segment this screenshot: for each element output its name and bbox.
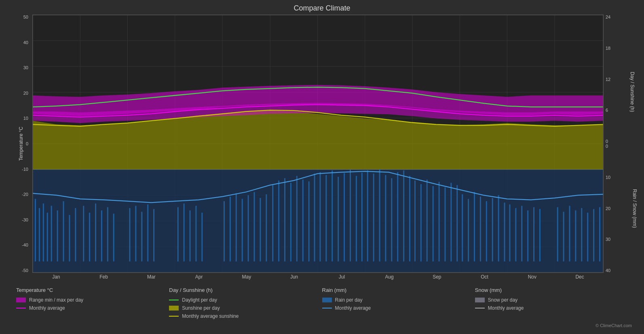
- svg-rect-78: [391, 178, 392, 262]
- svg-rect-42: [141, 212, 142, 262]
- svg-rect-110: [593, 209, 594, 261]
- svg-rect-36: [95, 204, 96, 262]
- legend-title-sunshine: Day / Sunshine (h): [169, 287, 322, 293]
- svg-rect-32: [69, 215, 70, 262]
- legend-line-monthly-avg-temp: [16, 308, 26, 308]
- y-tick-left: 30: [23, 65, 28, 70]
- legend-title-temperature: Temperature °C: [16, 287, 169, 293]
- svg-rect-73: [361, 173, 363, 262]
- legend-label-daylight: Daylight per day: [182, 297, 217, 303]
- legend-section-sunshine: Day / Sunshine (h) Daylight per day Suns…: [169, 287, 322, 319]
- svg-rect-37: [101, 211, 102, 262]
- y-tick-30: 30: [604, 237, 636, 242]
- svg-rect-85: [433, 186, 434, 261]
- y-axis-left-label: Temperature °C: [18, 127, 24, 161]
- legend-line-monthly-avg-rain: [322, 308, 332, 308]
- svg-rect-84: [427, 180, 428, 262]
- svg-rect-96: [498, 195, 499, 262]
- chart-svg: [33, 15, 603, 272]
- svg-rect-35: [89, 213, 90, 261]
- svg-rect-43: [147, 204, 148, 262]
- svg-rect-81: [409, 176, 410, 262]
- svg-rect-41: [135, 206, 136, 261]
- legend-line-monthly-avg-snow: [475, 308, 485, 308]
- y-tick-left: -10: [22, 167, 28, 172]
- svg-rect-40: [129, 208, 130, 262]
- svg-rect-93: [480, 197, 481, 262]
- month-may: May: [223, 274, 270, 280]
- legend-label-range: Range min / max per day: [29, 297, 83, 303]
- svg-rect-71: [350, 170, 351, 262]
- svg-rect-33: [75, 208, 76, 262]
- legend-line-daylight: [169, 300, 179, 300]
- svg-rect-26: [39, 208, 40, 262]
- svg-rect-45: [177, 207, 179, 262]
- svg-rect-46: [184, 204, 185, 262]
- y-tick-10: 10: [604, 175, 636, 180]
- legend-label-monthly-avg-sunshine: Monthly average sunshine: [182, 313, 239, 319]
- legend-title-snow: Snow (mm): [475, 287, 628, 293]
- y-tick-left: -30: [22, 217, 28, 222]
- month-sep: Sep: [413, 274, 461, 280]
- svg-rect-95: [492, 198, 493, 262]
- svg-rect-77: [385, 175, 386, 262]
- month-jun: Jun: [270, 274, 318, 280]
- svg-rect-38: [107, 207, 108, 262]
- x-axis: Jan Feb Mar Apr May Jun Jul Aug Sep Oct …: [32, 273, 604, 281]
- svg-rect-101: [527, 211, 528, 262]
- y-axis-right-top-label: Day / Sunshine (h): [629, 72, 635, 112]
- svg-rect-102: [533, 207, 534, 262]
- y-axis-right-bottom-label: Rain / Snow (mm): [632, 189, 638, 228]
- legend-item-monthly-avg-rain: Monthly average: [322, 305, 475, 311]
- y-tick-18: 18: [604, 46, 636, 51]
- legend-section-rain: Rain (mm) Rain per day Monthly average: [322, 287, 475, 319]
- svg-rect-90: [462, 194, 463, 262]
- month-oct: Oct: [461, 274, 509, 280]
- svg-rect-83: [420, 184, 422, 262]
- y-axis-left: Temperature °C 50403020100-10-20-30-40-5…: [8, 15, 32, 273]
- svg-rect-68: [332, 170, 333, 262]
- svg-rect-108: [581, 208, 582, 262]
- y-tick-40: 40: [604, 268, 636, 273]
- svg-rect-48: [195, 206, 196, 261]
- legend-label-monthly-avg-rain: Monthly average: [335, 305, 371, 311]
- month-mar: Mar: [128, 274, 175, 280]
- svg-rect-82: [414, 181, 416, 262]
- month-aug: Aug: [365, 274, 413, 280]
- legend-swatch-snow: [475, 298, 485, 302]
- y-tick-left: 40: [23, 40, 28, 45]
- month-nov: Nov: [509, 274, 556, 280]
- svg-rect-87: [445, 187, 446, 262]
- svg-rect-79: [397, 172, 398, 261]
- legend-item-daylight: Daylight per day: [169, 297, 322, 303]
- svg-rect-44: [153, 209, 154, 261]
- svg-rect-67: [325, 175, 327, 262]
- y-tick-left: -40: [22, 243, 28, 247]
- month-feb: Feb: [80, 274, 128, 280]
- svg-rect-61: [290, 183, 291, 262]
- svg-rect-107: [575, 211, 576, 262]
- y-tick-left: 50: [23, 15, 28, 19]
- svg-rect-55: [254, 192, 255, 261]
- svg-rect-89: [456, 185, 458, 262]
- legend-section-snow: Snow (mm) Snow per day Monthly average: [475, 287, 628, 319]
- y-tick-left: -50: [22, 268, 28, 273]
- y-tick-0-rain: 0: [604, 144, 636, 149]
- svg-rect-56: [260, 198, 261, 262]
- svg-rect-65: [314, 174, 315, 262]
- legend-label-sunshine-swatch: Sunshine per day: [182, 305, 220, 311]
- svg-rect-80: [403, 170, 404, 262]
- legend-label-monthly-avg-temp: Monthly average: [29, 305, 65, 311]
- y-tick-20: 20: [604, 206, 636, 211]
- svg-rect-59: [278, 181, 279, 262]
- svg-rect-69: [338, 177, 339, 262]
- svg-rect-57: [266, 194, 267, 262]
- svg-rect-27: [43, 204, 44, 262]
- svg-rect-53: [242, 199, 243, 261]
- copyright: © ClimeChart.com: [8, 323, 636, 330]
- svg-rect-66: [319, 172, 321, 261]
- svg-rect-106: [569, 206, 570, 261]
- svg-rect-75: [373, 174, 374, 262]
- svg-rect-24: [33, 170, 603, 272]
- y-tick-left: 10: [23, 116, 28, 121]
